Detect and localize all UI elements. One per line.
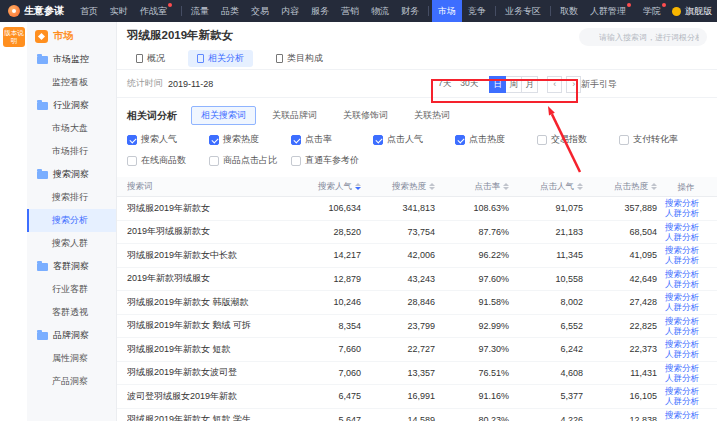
checkbox-icon[interactable] (537, 135, 547, 145)
nav-item[interactable]: 首页 (74, 0, 104, 22)
sidebar-item[interactable]: 市场大盘 (27, 117, 116, 140)
quick-range-button[interactable]: 30天 (457, 77, 481, 91)
checkbox-icon[interactable] (455, 135, 465, 145)
page-tab[interactable]: 类目构成 (267, 50, 332, 67)
related-word-tab[interactable]: 相关搜索词 (191, 106, 256, 125)
row-action-link[interactable]: 搜索分析 (665, 316, 707, 326)
filter-checkbox[interactable]: 搜索热度 (209, 133, 291, 146)
row-action-link[interactable]: 搜索分析 (665, 410, 707, 420)
beginner-guide-link[interactable]: 新手引导 (581, 78, 617, 91)
filter-checkbox[interactable]: 在线商品数 (127, 154, 209, 167)
version-notes-tag[interactable]: 版本说明 (3, 27, 25, 47)
nav-item[interactable]: 流量 (185, 0, 215, 22)
brand-icon (8, 5, 20, 17)
nav-item[interactable]: 物流 (365, 0, 395, 22)
checkbox-icon[interactable] (209, 135, 219, 145)
row-action-link[interactable]: 搜索分析 (665, 198, 707, 208)
nav-item[interactable]: 营销 (335, 0, 365, 22)
filter-checkbox[interactable]: 商品点击占比 (209, 154, 291, 167)
column-header[interactable]: 点击人气 (509, 181, 583, 193)
sidebar-item[interactable]: 行业洞察 (27, 94, 116, 117)
row-action-link[interactable]: 人群分析 (665, 349, 707, 359)
sidebar-item[interactable]: 市场排行 (27, 140, 116, 163)
row-action-link[interactable]: 人群分析 (665, 373, 707, 383)
column-header[interactable]: 搜索人气 (287, 181, 361, 193)
row-action-link[interactable]: 搜索分析 (665, 222, 707, 232)
next-date-button[interactable]: › (566, 76, 581, 93)
row-action-link[interactable]: 人群分析 (665, 396, 707, 406)
sidebar-item[interactable]: 客群透视 (27, 301, 116, 324)
related-word-tab[interactable]: 关联热词 (404, 106, 460, 125)
row-action-link[interactable]: 搜索分析 (665, 386, 707, 396)
app-logo[interactable]: 生意参谋 (0, 4, 74, 18)
nav-item[interactable]: 取数 (554, 0, 584, 22)
sidebar-item[interactable]: 属性洞察 (27, 347, 116, 370)
nav-item[interactable]: 学院 (637, 0, 672, 22)
stats-date-value[interactable]: 2019-11-28 (168, 79, 213, 89)
filter-checkbox[interactable]: 交易指数 (537, 133, 619, 146)
row-action-link[interactable]: 人群分析 (665, 302, 707, 312)
column-header: 搜索词 (127, 181, 287, 193)
granularity-button[interactable]: 周 (505, 76, 522, 93)
column-header[interactable]: 搜索热度 (361, 181, 435, 193)
row-action-link[interactable]: 人群分析 (665, 232, 707, 242)
nav-item[interactable]: 财务 (395, 0, 425, 22)
page-tab[interactable]: 相关分析 (188, 50, 253, 67)
sidebar-item[interactable]: 搜索人群 (27, 232, 116, 255)
nav-item[interactable]: 品类 (215, 0, 245, 22)
nav-item[interactable]: 人群管理 (584, 0, 637, 22)
checkbox-icon[interactable] (291, 135, 301, 145)
sidebar-item[interactable]: 搜索排行 (27, 186, 116, 209)
filter-checkbox[interactable]: 搜索人气 (127, 133, 209, 146)
new-badge-icon (662, 3, 666, 7)
column-header[interactable]: 点击热度 (583, 181, 657, 193)
keyword-search-input[interactable] (579, 28, 707, 46)
checkbox-icon[interactable] (373, 135, 383, 145)
nav-item[interactable]: 竞争 (462, 0, 492, 22)
filter-checkbox[interactable]: 直通车参考价 (291, 154, 373, 167)
quick-range-button[interactable]: 7天 (435, 77, 454, 91)
sidebar-item[interactable]: 产品洞察 (27, 370, 116, 393)
filter-checkbox[interactable]: 点击率 (291, 133, 373, 146)
sidebar-item[interactable]: 品牌洞察 (27, 324, 116, 347)
row-action-link[interactable]: 搜索分析 (665, 339, 707, 349)
nav-item-label: 品类 (221, 6, 239, 16)
sidebar-item[interactable]: 客群洞察 (27, 255, 116, 278)
filter-checkbox[interactable]: 点击人气 (373, 133, 455, 146)
row-action-link[interactable]: 搜索分析 (665, 269, 707, 279)
column-header[interactable]: 点击率 (435, 181, 509, 193)
prev-date-button[interactable]: ‹ (547, 76, 562, 93)
nav-item[interactable]: 业务专区 (499, 0, 547, 22)
filter-checkbox[interactable]: 支付转化率 (619, 133, 701, 146)
row-action-link[interactable]: 搜索分析 (665, 245, 707, 255)
sidebar-item[interactable]: 搜索分析 (27, 209, 116, 232)
account-area[interactable]: 旗舰版 (672, 5, 717, 18)
related-word-tab[interactable]: 关联修饰词 (333, 106, 398, 125)
sidebar-item[interactable]: 监控看板 (27, 71, 116, 94)
checkbox-icon[interactable] (291, 156, 301, 166)
row-action-link[interactable]: 搜索分析 (665, 292, 707, 302)
checkbox-icon[interactable] (127, 135, 137, 145)
filter-checkbox[interactable]: 点击热度 (455, 133, 537, 146)
granularity-button[interactable]: 月 (521, 76, 538, 93)
nav-item[interactable]: 内容 (275, 0, 305, 22)
checkbox-icon[interactable] (127, 156, 137, 166)
nav-item[interactable]: 服务 (305, 0, 335, 22)
nav-item[interactable]: 作战室 (134, 0, 178, 22)
row-action-link[interactable]: 搜索分析 (665, 363, 707, 373)
checkbox-icon[interactable] (619, 135, 629, 145)
nav-item[interactable]: 交易 (245, 0, 275, 22)
related-word-tab[interactable]: 关联品牌词 (262, 106, 327, 125)
nav-item[interactable]: 市场 (432, 0, 462, 22)
row-action-link[interactable]: 人群分析 (665, 255, 707, 265)
page-tab[interactable]: 概况 (127, 50, 174, 67)
sidebar-item[interactable]: 市场监控 (27, 48, 116, 71)
granularity-button[interactable]: 日 (489, 76, 506, 93)
row-action-link[interactable]: 人群分析 (665, 208, 707, 218)
row-action-link[interactable]: 人群分析 (665, 279, 707, 289)
checkbox-icon[interactable] (209, 156, 219, 166)
nav-item[interactable]: 实时 (104, 0, 134, 22)
row-action-link[interactable]: 人群分析 (665, 326, 707, 336)
sidebar-item[interactable]: 搜索洞察 (27, 163, 116, 186)
sidebar-item[interactable]: 行业客群 (27, 278, 116, 301)
